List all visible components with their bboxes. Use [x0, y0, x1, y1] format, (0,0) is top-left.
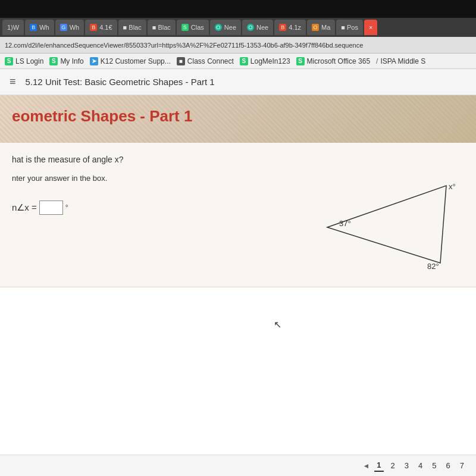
tab-label: Nee — [224, 24, 236, 31]
bookmark-label: Microsoft Office 365 — [307, 57, 371, 65]
tab-b-icon: B — [279, 24, 286, 31]
bookmark-ispa[interactable]: / ISPA Middle S — [376, 57, 425, 65]
close-icon: × — [369, 24, 372, 31]
tab-b-wh[interactable]: B Wh — [25, 20, 54, 35]
tab-g-wh[interactable]: G Wh — [55, 20, 84, 35]
bookmark-my-info[interactable]: S My Info — [49, 57, 83, 65]
course-title: eometric Shapes - Part 1 — [12, 107, 464, 126]
angle-x-label: x° — [449, 182, 456, 191]
bookmark-ms-office[interactable]: S Microsoft Office 365 — [296, 57, 371, 65]
page-num-2[interactable]: 2 — [389, 460, 397, 471]
tab-label: ■ Blac — [123, 24, 142, 31]
answer-line: n∠x = ° — [12, 201, 298, 215]
tab-black2[interactable]: ■ Blac — [148, 20, 176, 35]
tab-b-41z[interactable]: B 4.1z — [274, 20, 306, 35]
bookmark-s-icon: S — [5, 57, 13, 65]
tab-label: 4.1€ — [99, 24, 112, 31]
tab-label: Clas — [191, 24, 204, 31]
page-header: ≡ 5.12 Unit Test: Basic Geometric Shapes… — [0, 69, 476, 95]
tab-label: 4.1z — [289, 24, 301, 31]
bookmark-k12[interactable]: ➤ K12 Customer Supp... — [90, 57, 171, 65]
bookmark-label: LogMeIn123 — [250, 57, 290, 65]
bookmark-s-icon: S — [49, 57, 58, 65]
tab-b-icon: B — [30, 24, 37, 31]
tab-label: Wh — [70, 24, 80, 31]
bookmark-ls-login[interactable]: S LS Login — [5, 57, 43, 65]
bookmark-square-icon: ■ — [177, 57, 185, 65]
top-bezel — [0, 0, 476, 18]
bookmark-logmein[interactable]: S LogMeIn123 — [240, 57, 290, 65]
triangle-svg: x° 37° 82° — [309, 174, 464, 281]
tab-label: ■ Blac — [152, 24, 171, 31]
tab-black1[interactable]: ■ Blac — [118, 20, 146, 35]
browser-content: ≡ 5.12 Unit Test: Basic Geometric Shapes… — [0, 69, 476, 476]
browser-tabs-bar: 1)W B Wh G Wh B 4.1€ ■ Blac ■ Blac S Cla… — [0, 18, 476, 37]
angle-82-label: 82° — [427, 262, 439, 271]
tab-nee2[interactable]: O Nee — [242, 20, 273, 35]
tab-close[interactable]: × — [364, 20, 377, 35]
tab-label: Nee — [256, 24, 268, 31]
page-header-title: 5.12 Unit Test: Basic Geometric Shapes -… — [26, 77, 215, 87]
answer-prompt: nter your answer in the box. — [12, 174, 298, 183]
hamburger-menu-icon[interactable]: ≡ — [10, 76, 16, 88]
address-bar[interactable]: 12.com/d2l/le/enhancedSequenceViewer/855… — [0, 37, 476, 54]
tab-clas[interactable]: S Clas — [177, 20, 209, 35]
bookmark-slash-icon: / — [376, 57, 378, 65]
tab-nee1[interactable]: O Nee — [210, 20, 241, 35]
angle-37-label: 37° — [339, 219, 351, 228]
question-area: nter your answer in the box. n∠x = ° x° … — [12, 174, 464, 281]
tab-b-41[interactable]: B 4.1€ — [85, 20, 117, 35]
tab-label: ■ Pos — [341, 24, 358, 31]
page-num-3[interactable]: 3 — [402, 460, 411, 471]
tab-g-icon: G — [60, 24, 67, 31]
tab-s-icon: S — [181, 24, 189, 31]
answer-label: n∠x = — [12, 202, 37, 213]
triangle-diagram: x° 37° 82° — [309, 174, 464, 281]
tab-1jw[interactable]: 1)W — [2, 20, 24, 35]
mouse-cursor: ↖ — [274, 319, 281, 330]
pagination-bar: ◄ 1 2 3 4 5 6 7 — [0, 455, 476, 476]
bookmark-label: Class Connect — [187, 57, 234, 65]
page-num-6[interactable]: 6 — [444, 460, 453, 471]
tab-label: 1)W — [7, 24, 19, 31]
tab-o-icon: O — [215, 24, 222, 31]
bookmark-arrow-icon: ➤ — [90, 57, 98, 65]
bookmark-label: My Info — [60, 57, 83, 65]
question-left-panel: nter your answer in the box. n∠x = ° — [12, 174, 298, 215]
page-num-1[interactable]: 1 — [374, 459, 383, 472]
bookmarks-bar: S LS Login S My Info ➤ K12 Customer Supp… — [0, 54, 476, 69]
tab-pos[interactable]: ■ Pos — [336, 20, 363, 35]
tab-ma[interactable]: O Ma — [307, 20, 335, 35]
url-text: 12.com/d2l/le/enhancedSequenceViewer/855… — [5, 42, 363, 49]
bookmark-label: K12 Customer Supp... — [101, 57, 171, 65]
tab-o-icon: O — [312, 24, 319, 31]
bookmark-class-connect[interactable]: ■ Class Connect — [177, 57, 234, 65]
tab-b-icon: B — [90, 24, 97, 31]
course-header-section: eometric Shapes - Part 1 — [0, 95, 476, 143]
page-num-4[interactable]: 4 — [416, 460, 425, 471]
question-section: hat is the measure of angle x? nter your… — [0, 143, 476, 287]
tab-label: Wh — [39, 24, 49, 31]
page-num-5[interactable]: 5 — [430, 460, 439, 471]
pagination-arrow-left[interactable]: ◄ — [362, 462, 369, 470]
bookmark-label: LS Login — [15, 57, 43, 65]
bookmark-s-icon: S — [296, 57, 305, 65]
bookmark-s-icon: S — [240, 57, 248, 65]
degree-symbol: ° — [65, 203, 68, 212]
tab-label: Ma — [321, 24, 330, 31]
page-num-7[interactable]: 7 — [458, 460, 466, 471]
question-text: hat is the measure of angle x? — [12, 155, 464, 164]
bookmark-label: ISPA Middle S — [380, 57, 425, 65]
tab-o-icon: O — [247, 24, 254, 31]
answer-input[interactable] — [39, 201, 63, 215]
